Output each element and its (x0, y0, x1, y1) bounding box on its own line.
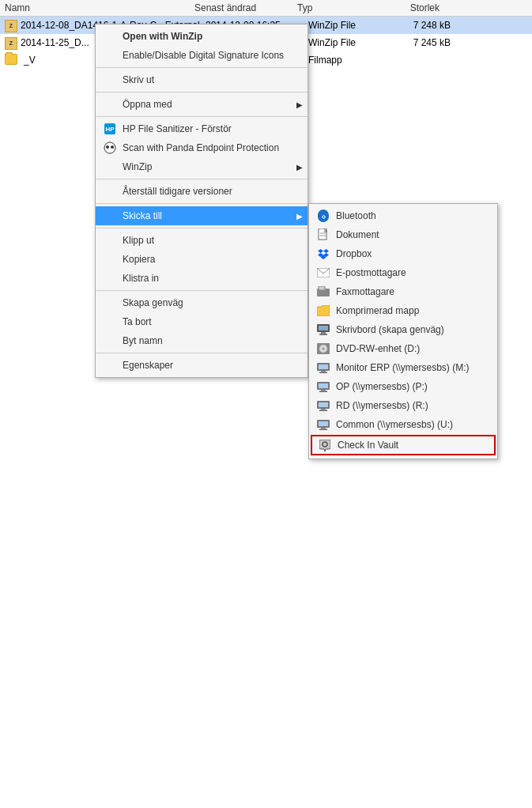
menu-item-egenskaper[interactable]: Egenskaper (96, 356, 308, 375)
menu-item-open-winzip[interactable]: Open with WinZip (96, 27, 308, 46)
network-drive-common-icon (315, 418, 331, 431)
menu-label: Öppna med (123, 99, 172, 110)
svg-rect-16 (319, 334, 327, 335)
zip-icon: Z (5, 19, 17, 32)
file-size: 7 245 kB (387, 37, 451, 48)
context-menu: Open with WinZip Enable/Disable Digital … (95, 24, 308, 378)
submenu-item-fax[interactable]: Faxmottagare (309, 282, 497, 301)
file-type: Filmapp (308, 55, 387, 66)
menu-item-panda-scan[interactable]: Scan with Panda Endpoint Protection (96, 138, 308, 157)
submenu-item-dvd[interactable]: DVD-RW-enhet (D:) (309, 339, 497, 358)
submenu-item-monitor-erp[interactable]: Monitor ERP (\\ymersesbs) (M:) (309, 358, 497, 377)
submenu-label: RD (\\ymersesbs) (R:) (336, 400, 428, 411)
svg-rect-33 (319, 421, 328, 426)
svg-rect-27 (319, 391, 327, 393)
menu-item-skriv-ut[interactable]: Skriv ut (96, 70, 308, 89)
svg-rect-30 (321, 409, 326, 410)
svg-point-19 (323, 348, 325, 350)
print-icon (102, 74, 118, 86)
svg-rect-26 (321, 390, 326, 391)
svg-point-4 (111, 145, 114, 149)
menu-label: Byt namn (123, 335, 163, 346)
zip-icon: Z (5, 36, 17, 49)
menu-item-enable-disable[interactable]: Enable/Disable Digital Signature Icons (96, 46, 308, 65)
panda-icon (102, 142, 118, 154)
menu-item-klistra-in[interactable]: Klistra in (96, 269, 308, 288)
menu-item-byt-namn[interactable]: Byt namn (96, 331, 308, 350)
svg-rect-14 (319, 326, 328, 330)
submenu-item-op[interactable]: OP (\\ymersesbs) (P:) (309, 377, 497, 396)
menu-label: Scan with Panda Endpoint Protection (123, 142, 279, 153)
svg-rect-31 (319, 410, 327, 412)
menu-label: Open with WinZip (123, 31, 202, 42)
network-drive-rd-icon (315, 399, 331, 412)
menu-item-aterstall[interactable]: Återställ tidigare versioner (96, 182, 308, 201)
submenu-item-skrivbord[interactable]: Skrivbord (skapa genväg) (309, 320, 497, 339)
menu-label: Klipp ut (123, 235, 154, 246)
submenu-skicka-till: ⬦ Bluetooth Dokument Dropbox (308, 203, 498, 459)
submenu-label: OP (\\ymersesbs) (P:) (336, 381, 428, 392)
svg-rect-21 (319, 364, 328, 369)
submenu-item-common[interactable]: Common (\\ymersesbs) (U:) (309, 415, 497, 434)
menu-item-kopiera[interactable]: Kopiera (96, 250, 308, 269)
desktop-icon (315, 323, 331, 336)
separator (96, 92, 308, 93)
submenu-label: Check In Vault (338, 440, 398, 451)
submenu-label: E-postmottagare (336, 267, 406, 278)
submenu-item-dokument[interactable]: Dokument (309, 225, 497, 244)
vault-icon (317, 439, 333, 451)
arrow-icon: ▶ (296, 100, 303, 109)
svg-rect-15 (321, 332, 326, 334)
svg-text:⬦: ⬦ (321, 211, 326, 221)
submenu-item-rd[interactable]: RD (\\ymersesbs) (R:) (309, 396, 497, 415)
dvd-icon (315, 342, 331, 355)
svg-point-3 (106, 145, 109, 149)
restore-icon (102, 185, 118, 198)
menu-label: Skriv ut (123, 74, 154, 85)
menu-label: Klistra in (123, 273, 159, 284)
submenu-label: DVD-RW-enhet (D:) (336, 343, 420, 354)
separator (96, 228, 308, 228)
svg-rect-34 (321, 428, 326, 429)
svg-text:HP: HP (105, 126, 115, 133)
shortcut-icon (102, 296, 118, 309)
menu-item-skapa-genvag[interactable]: Skapa genväg (96, 293, 308, 312)
file-list-header: Namn Senast ändrad Typ Storlek (0, 0, 532, 17)
winzip2-icon (102, 160, 118, 173)
submenu-item-e-post[interactable]: E-postmottagare (309, 263, 497, 282)
document-icon (315, 228, 331, 241)
network-drive-icon (315, 361, 331, 374)
submenu-item-komprimerad[interactable]: Komprimerad mapp (309, 301, 497, 320)
separator (96, 353, 308, 353)
menu-item-ta-bort[interactable]: Ta bort (96, 312, 308, 331)
menu-item-oppna-med[interactable]: Öppna med ▶ (96, 95, 308, 114)
svg-rect-22 (321, 371, 326, 372)
svg-point-2 (104, 142, 115, 153)
menu-label: Skapa genväg (123, 297, 183, 308)
separator (96, 290, 308, 291)
submenu-item-bluetooth[interactable]: ⬦ Bluetooth (309, 206, 497, 225)
submenu-label: Faxmottagare (336, 286, 394, 297)
send-icon (102, 210, 118, 222)
submenu-label: Dokument (336, 229, 379, 240)
svg-rect-35 (319, 429, 327, 431)
properties-icon (102, 359, 118, 372)
header-size: Storlek (376, 2, 440, 13)
submenu-item-dropbox[interactable]: Dropbox (309, 244, 497, 263)
menu-item-hp-sanitizer[interactable]: HP HP File Sanitizer - Förstör (96, 119, 308, 138)
menu-item-winzip[interactable]: WinZip ▶ (96, 157, 308, 176)
menu-label: Enable/Disable Digital Signature Icons (123, 50, 284, 61)
menu-label: Återställ tidigare versioner (123, 186, 232, 197)
menu-item-skicka-till[interactable]: Skicka till ▶ ⬦ Bluetooth Dokument (96, 206, 308, 225)
delete-icon (102, 315, 118, 328)
submenu-label: Skrivbord (skapa genväg) (336, 324, 444, 335)
arrow-icon: ▶ (296, 212, 303, 221)
copy-icon (102, 253, 118, 266)
separator (96, 179, 308, 179)
menu-label: WinZip (123, 161, 152, 172)
menu-item-klipp-ut[interactable]: Klipp ut (96, 231, 308, 250)
separator (96, 67, 308, 68)
file-type: WinZip File (308, 37, 387, 48)
submenu-item-check-in-vault[interactable]: Check In Vault (311, 435, 496, 455)
separator (96, 116, 308, 117)
